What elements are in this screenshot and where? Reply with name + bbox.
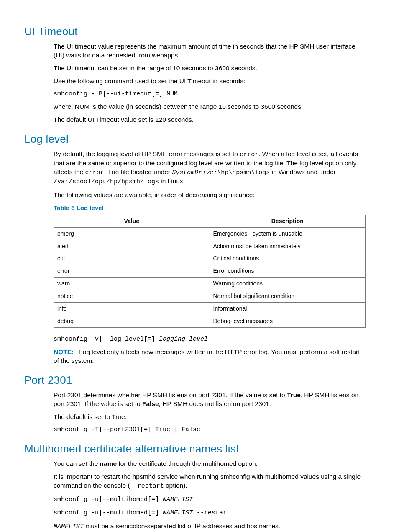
note: NOTE: Log level only affects new message… <box>54 348 366 365</box>
heading-ui-timeout: UI Timeout <box>24 24 366 39</box>
table-row: noticeNormal but significant condition <box>54 290 366 303</box>
note-label: NOTE: <box>54 348 74 355</box>
paragraph: The UI timeout value represents the maxi… <box>54 42 366 60</box>
section-multihomed: You can set the name for the certificate… <box>54 460 366 531</box>
paragraph: It is important to restart the hpsmhd se… <box>54 473 366 491</box>
paragraph: The default is set to True. <box>54 413 366 421</box>
heading-log-level: Log level <box>24 132 366 146</box>
bold-text: False <box>142 400 159 407</box>
inline-code-italic: SystemDrive: <box>172 169 217 176</box>
text: It is important to restart the hpsmhd se… <box>54 473 361 489</box>
paragraph: By default, the logging level of HP SMH … <box>54 150 366 187</box>
bold-text: name <box>100 460 117 467</box>
code-line: smhconfig -v|--log-level[=] logging-leve… <box>54 334 366 344</box>
cell-value: info <box>54 303 210 315</box>
text: Port 2301 determines whether HP SMH list… <box>54 391 287 398</box>
text: file located under <box>119 168 172 175</box>
table-row: errorError conditions <box>54 265 366 278</box>
cell-description: Emergencies - system is unusable <box>210 227 366 240</box>
table-log-level: Value Description emergEmergencies - sys… <box>54 215 366 328</box>
paragraph: Port 2301 determines whether HP SMH list… <box>54 391 366 409</box>
inline-code: /var/spool/opt/hp/hpsmh/logs <box>54 178 159 185</box>
inline-code-italic: logging-level <box>159 336 208 343</box>
inline-code-italic: NAMELIST <box>163 509 193 517</box>
inline-code-italic: NAMELIST <box>54 523 84 530</box>
paragraph: The following values are available, in o… <box>54 191 366 200</box>
inline-code: --restart <box>130 483 164 490</box>
table-row: emergEmergencies - system is unusable <box>54 227 366 240</box>
text: You can set the <box>54 460 100 467</box>
paragraph: NAMELIST must be a semicolon-separated l… <box>54 522 366 531</box>
inline-code: error_log <box>85 169 119 176</box>
paragraph: Use the following command used to set th… <box>54 77 366 86</box>
cell-value: crit <box>54 252 210 265</box>
table-row: debugDebug-level messages <box>54 315 366 327</box>
cell-value: debug <box>54 315 210 327</box>
text: in Windows and under <box>270 168 336 175</box>
inline-code: error <box>240 151 258 158</box>
text: option). <box>164 482 187 489</box>
section-log-level: By default, the logging level of HP SMH … <box>54 150 366 365</box>
cell-value: alert <box>54 240 210 252</box>
section-port-2301: Port 2301 determines whether HP SMH list… <box>54 391 366 434</box>
inline-code: smhconfig -u|--multihomed[=] <box>54 509 163 517</box>
code-line: smhconfig - B|--ui-timeout[=] NUM <box>54 90 366 98</box>
section-ui-timeout: The UI timeout value represents the maxi… <box>54 42 366 124</box>
paragraph: The UI timeout can be set in the range o… <box>54 64 366 73</box>
inline-code: smhconfig -u|--multihomed[=] <box>54 496 163 503</box>
cell-description: Warning conditions <box>210 278 366 290</box>
paragraph: The default UI Timeout value set is 120 … <box>54 116 366 124</box>
text: for the certificate through the multihom… <box>117 460 258 467</box>
cell-value: notice <box>54 290 210 303</box>
text: , HP SMH does not listen on port 2301. <box>159 400 271 407</box>
text: must be a semicolon-separated list of IP… <box>84 522 280 529</box>
code-line: smhconfig -T|--port2301[=] True | False <box>54 426 366 434</box>
heading-port-2301: Port 2301 <box>24 373 366 388</box>
table-row: alertAction must be taken immediately <box>54 240 366 252</box>
inline-code: --restart <box>193 509 230 517</box>
paragraph: where, NUM is the value (in seconds) bet… <box>54 103 366 111</box>
code-line: smhconfig -u|--multihomed[=] NAMELIST <box>54 495 366 504</box>
table-header-description: Description <box>210 215 366 227</box>
inline-code: smhconfig -v|--log-level[=] <box>54 336 159 343</box>
cell-description: Debug-level messages <box>210 315 366 327</box>
inline-code: \hp\hpsmh\logs <box>217 169 270 176</box>
table-caption: Table 8 Log level <box>54 204 366 212</box>
inline-code-italic: NAMELIST <box>163 496 193 503</box>
cell-description: Error conditions <box>210 265 366 278</box>
cell-value: emerg <box>54 227 210 240</box>
table-row: warnWarning conditions <box>54 278 366 290</box>
table-header-value: Value <box>54 215 210 227</box>
paragraph: You can set the name for the certificate… <box>54 460 366 468</box>
cell-value: warn <box>54 278 210 290</box>
code-line: smhconfig -u|--multihomed[=] NAMELIST --… <box>54 508 366 517</box>
cell-description: Action must be taken immediately <box>210 240 366 252</box>
cell-description: Informational <box>210 303 366 315</box>
text: By default, the logging level of HP SMH … <box>54 150 240 157</box>
cell-description: Normal but significant condition <box>210 290 366 303</box>
cell-description: Critical conditions <box>210 252 366 265</box>
text: in Linux. <box>159 177 185 185</box>
table-row: infoInformational <box>54 303 366 315</box>
bold-text: True <box>287 391 301 398</box>
table-row: critCritical conditions <box>54 252 366 265</box>
note-text: Log level only affects new messages writ… <box>54 348 360 364</box>
heading-multihomed: Multihomed certificate alternative names… <box>24 442 366 456</box>
cell-value: error <box>54 265 210 278</box>
